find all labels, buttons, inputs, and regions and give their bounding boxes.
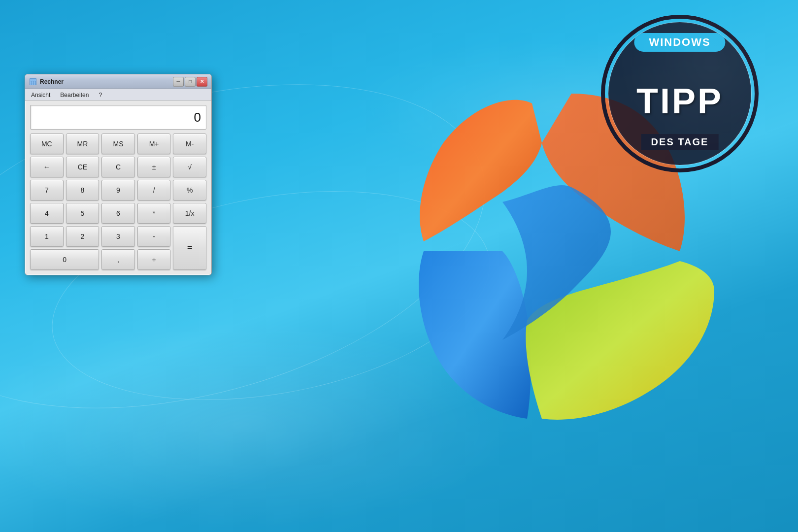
key-divide[interactable]: / [137,180,171,200]
maximize-button[interactable]: □ [185,77,196,87]
key-ce[interactable]: CE [66,157,100,177]
key-4[interactable]: 4 [30,203,64,224]
calculator-titlebar-icon [29,78,37,86]
key-m-minus[interactable]: M- [173,133,206,154]
key-multiply[interactable]: * [137,203,171,224]
key-subtract[interactable]: - [137,226,171,247]
key-mc[interactable]: MC [30,133,64,154]
window-controls: ─ □ ✕ [173,77,207,87]
calculator-menubar: Ansicht Bearbeiten ? [25,89,211,101]
calculator-display: 0 [30,105,206,130]
key-9[interactable]: 9 [101,180,135,200]
key-plusminus[interactable]: ± [137,157,171,177]
key-1[interactable]: 1 [30,226,64,247]
key-ms[interactable]: MS [101,133,135,154]
menu-ansicht[interactable]: Ansicht [29,91,52,100]
key-sqrt[interactable]: √ [173,157,206,177]
bottom-section: 1 2 3 - = 0 , + [30,226,206,270]
svg-rect-7 [34,83,35,85]
badge-tipp-label: TIPP [636,83,723,119]
key-equals[interactable]: = [173,226,206,270]
key-7[interactable]: 7 [30,180,64,200]
key-0[interactable]: 0 [30,249,99,270]
special-row: ← CE C ± √ [30,157,206,177]
key-backspace[interactable]: ← [30,157,64,177]
key-2[interactable]: 2 [66,226,100,247]
close-button[interactable]: ✕ [197,77,207,87]
badge-inner-content: WINDOWS TIPP DES TAGE [608,22,751,165]
key-5[interactable]: 5 [66,203,100,224]
calculator-titlebar: Rechner ─ □ ✕ [25,74,211,89]
key-6[interactable]: 6 [101,203,135,224]
calculator-window: Rechner ─ □ ✕ Ansicht Bearbeiten ? 0 MC … [25,74,212,275]
svg-rect-1 [30,79,36,81]
memory-row: MC MR MS M+ M- [30,133,206,154]
key-mr[interactable]: MR [66,133,100,154]
display-value: 0 [194,110,201,125]
key-3[interactable]: 3 [101,226,135,247]
key-c[interactable]: C [101,157,135,177]
svg-rect-4 [34,81,35,83]
badge-windows-label: WINDOWS [634,33,725,52]
svg-rect-6 [32,83,33,85]
svg-rect-3 [32,81,33,83]
row-789: 7 8 9 / % [30,180,206,200]
minimize-button[interactable]: ─ [173,77,184,87]
key-reciprocal[interactable]: 1/x [173,203,206,224]
key-m-plus[interactable]: M+ [137,133,171,154]
row-456: 4 5 6 * 1/x [30,203,206,224]
menu-bearbeiten[interactable]: Bearbeiten [58,91,91,100]
desktop-background: WINDOWS TIPP DES TAGE Rechner [0,0,798,532]
key-add[interactable]: + [137,249,171,270]
key-percent[interactable]: % [173,180,206,200]
key-8[interactable]: 8 [66,180,100,200]
menu-help[interactable]: ? [97,91,104,100]
windows-tipp-badge: WINDOWS TIPP DES TAGE [601,15,759,172]
svg-rect-5 [30,83,32,85]
svg-rect-2 [30,81,32,83]
calculator-title: Rechner [40,78,173,85]
badge-des-tage-label: DES TAGE [641,134,719,150]
key-decimal[interactable]: , [101,249,135,270]
calculator-buttons: MC MR MS M+ M- ← CE C ± √ 7 8 9 / % [25,133,211,275]
